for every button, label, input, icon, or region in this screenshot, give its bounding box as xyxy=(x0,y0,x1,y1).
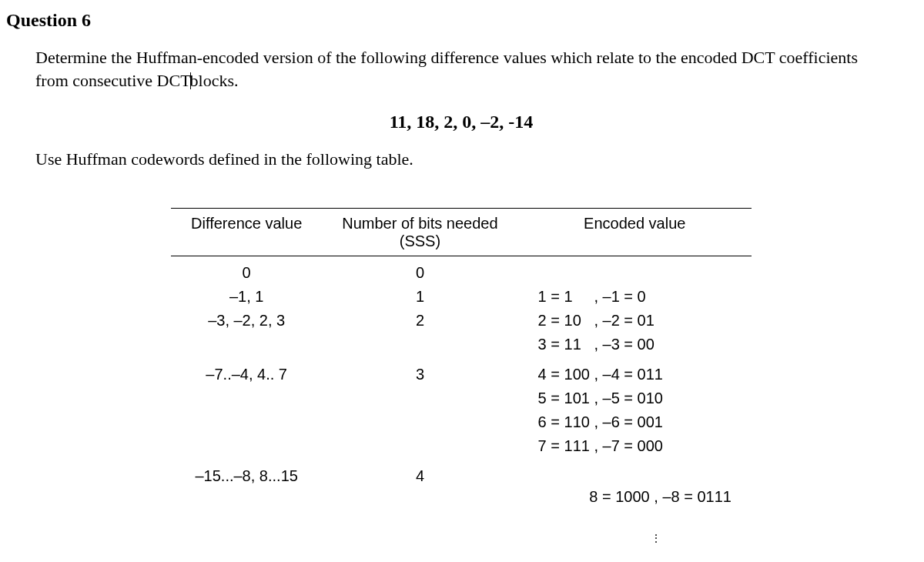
cell-diff: 0 xyxy=(171,256,322,286)
intro-text-1: Determine the Huffman-encoded version of… xyxy=(35,48,858,90)
table-row: –7..–4, 4.. 7 3 4 = 100 , –4 = 011 xyxy=(171,356,752,386)
cell-bits: 2 xyxy=(322,309,517,333)
question-heading: Question 6 xyxy=(6,8,916,32)
cell-diff xyxy=(171,386,322,410)
question-intro: Determine the Huffman-encoded version of… xyxy=(35,46,893,92)
table-row: 6 = 110 , –6 = 001 xyxy=(171,410,752,434)
cell-bits xyxy=(322,434,517,458)
instruction-line: Use Huffman codewords defined in the fol… xyxy=(35,148,916,171)
cell-enc: 4 = 100 , –4 = 011 xyxy=(518,356,752,386)
vertical-ellipsis-icon: ⋮ xyxy=(538,530,732,547)
table-row: –15...–8, 8...15 4 8 = 1000 , –8 = 0111 … xyxy=(171,458,752,562)
cell-diff: –1, 1 xyxy=(171,285,322,309)
col-diff-value: Difference value xyxy=(171,208,322,256)
huffman-table: Difference value Number of bits needed (… xyxy=(171,208,752,562)
cell-bits: 0 xyxy=(322,256,517,286)
cell-enc: 5 = 101 , –5 = 010 xyxy=(518,386,752,410)
difference-values: 11, 18, 2, 0, –2, -14 xyxy=(6,109,916,134)
cell-enc: 8 = 1000 , –8 = 0111 ⋮ xyxy=(518,458,752,562)
cell-diff xyxy=(171,434,322,458)
cell-diff: –15...–8, 8...15 xyxy=(171,458,322,562)
cell-enc: 2 = 10 , –2 = 01 xyxy=(518,309,752,333)
cell-diff xyxy=(171,333,322,356)
table-row: 3 = 11 , –3 = 00 xyxy=(171,333,752,356)
col-encoded: Encoded value xyxy=(518,208,752,256)
col-bits-line2: (SSS) xyxy=(400,232,440,249)
cell-diff: –7..–4, 4.. 7 xyxy=(171,356,322,386)
cell-enc: 3 = 11 , –3 = 00 xyxy=(518,333,752,356)
cell-bits: 3 xyxy=(322,356,517,386)
col-bits-line1: Number of bits needed xyxy=(342,215,497,232)
cell-enc-text: 8 = 1000 , –8 = 0111 xyxy=(589,488,732,505)
cell-enc: 1 = 1 , –1 = 0 xyxy=(518,285,752,309)
table-row: 7 = 111 , –7 = 000 xyxy=(171,434,752,458)
cell-bits xyxy=(322,410,517,434)
cell-enc: 6 = 110 , –6 = 001 xyxy=(518,410,752,434)
cell-enc xyxy=(518,256,752,286)
cell-diff xyxy=(171,410,322,434)
col-bits: Number of bits needed (SSS) xyxy=(322,208,517,256)
cell-bits xyxy=(322,386,517,410)
cell-bits xyxy=(322,333,517,356)
table-wrap: Difference value Number of bits needed (… xyxy=(6,208,916,562)
table-row: 0 0 xyxy=(171,256,752,286)
cell-enc: 7 = 111 , –7 = 000 xyxy=(518,434,752,458)
table-row: –1, 1 1 1 = 1 , –1 = 0 xyxy=(171,285,752,309)
intro-text-2: blocks. xyxy=(190,71,239,90)
cell-bits: 1 xyxy=(322,285,517,309)
table-row: –3, –2, 2, 3 2 2 = 10 , –2 = 01 xyxy=(171,309,752,333)
table-row: 5 = 101 , –5 = 010 xyxy=(171,386,752,410)
cell-bits: 4 xyxy=(322,458,517,562)
table-header-row: Difference value Number of bits needed (… xyxy=(171,208,752,256)
question-page: Question 6 Determine the Huffman-encoded… xyxy=(0,0,924,562)
cell-diff: –3, –2, 2, 3 xyxy=(171,309,322,333)
